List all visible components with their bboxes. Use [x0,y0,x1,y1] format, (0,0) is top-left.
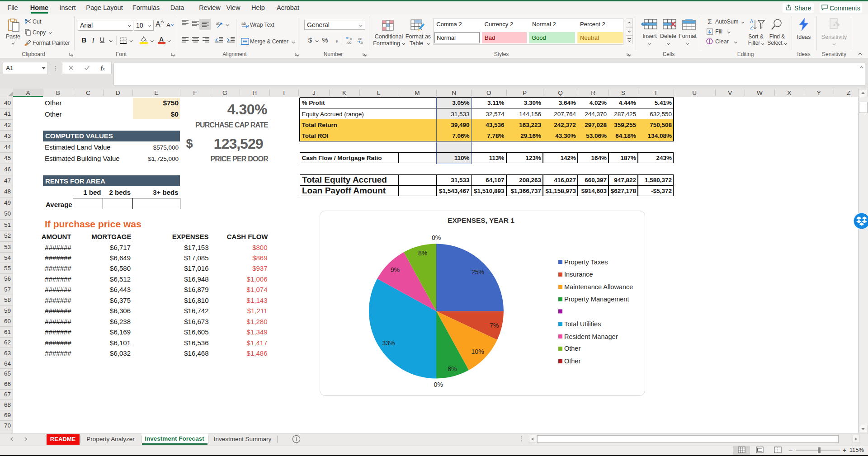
svg-text:Other: Other [564,357,580,365]
svg-text:Resident Manager: Resident Manager [564,333,618,340]
svg-text:25%: 25% [472,268,484,276]
svg-text:EXPENSES, YEAR 1: EXPENSES, YEAR 1 [448,216,514,224]
svg-text:Property Taxes: Property Taxes [564,259,608,266]
svg-text:Insurance: Insurance [564,271,593,278]
svg-text:Z: Z [750,25,753,30]
svg-text:0%: 0% [434,381,443,388]
svg-text:Other: Other [564,345,580,352]
svg-text:8%: 8% [448,365,457,372]
svg-text:Maintenance Allowance: Maintenance Allowance [564,283,633,291]
svg-text:8%: 8% [418,249,427,257]
svg-text:10%: 10% [472,348,484,355]
svg-text:Total Utilities: Total Utilities [564,320,601,328]
svg-text:A: A [750,19,753,24]
svg-text:0%: 0% [432,234,441,241]
svg-text:33%: 33% [382,339,395,347]
svg-text:7%: 7% [490,322,499,329]
svg-text:9%: 9% [391,266,400,273]
svg-text:ab: ab [241,21,246,26]
svg-text:Property Management: Property Management [564,296,629,303]
